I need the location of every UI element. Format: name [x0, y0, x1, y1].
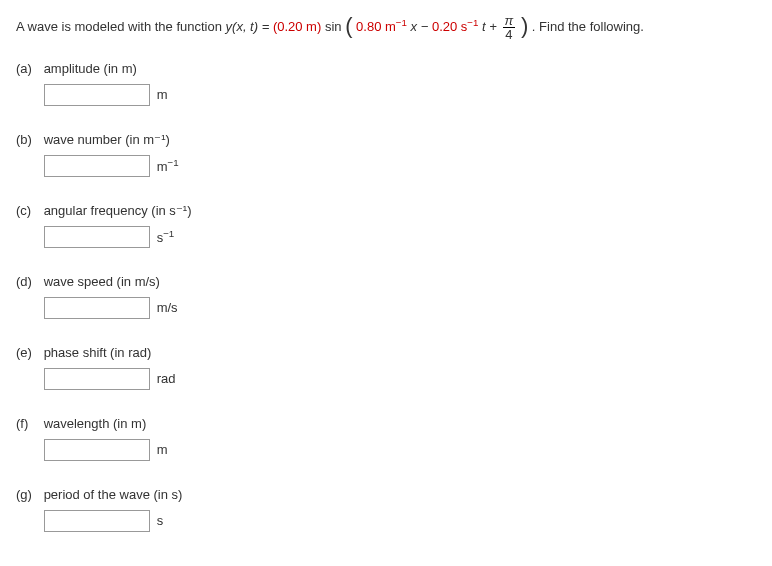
question-a: (a) amplitude (in m) m — [16, 61, 756, 106]
unit-label: s−1 — [157, 230, 175, 245]
question-marker: (b) — [16, 132, 40, 147]
question-label: (g) period of the wave (in s) — [16, 487, 756, 502]
intro-trail: . Find the following. — [532, 19, 644, 34]
unit-label: rad — [157, 371, 176, 386]
intro-wavenum: 0.80 m−1 — [356, 19, 407, 34]
question-g: (g) period of the wave (in s) s — [16, 487, 756, 532]
question-label: (f) wavelength (in m) — [16, 416, 756, 431]
question-e: (e) phase shift (in rad) rad — [16, 345, 756, 390]
intro-angfreq: 0.20 s−1 — [432, 19, 479, 34]
intro-yfunc: y(x, t) = — [226, 19, 273, 34]
answer-input-g[interactable] — [44, 510, 150, 532]
intro-t: t + — [482, 19, 500, 34]
question-marker: (g) — [16, 487, 40, 502]
answer-input-f[interactable] — [44, 439, 150, 461]
question-text: wave number (in m⁻¹) — [44, 132, 170, 147]
intro-amplitude: (0.20 m) — [273, 19, 321, 34]
intro-x: x − — [411, 19, 432, 34]
question-text: wave speed (in m/s) — [44, 274, 160, 289]
question-label: (d) wave speed (in m/s) — [16, 274, 756, 289]
question-marker: (e) — [16, 345, 40, 360]
answer-input-b[interactable] — [44, 155, 150, 177]
answer-input-d[interactable] — [44, 297, 150, 319]
paren-close: ) — [521, 11, 528, 42]
answer-input-a[interactable] — [44, 84, 150, 106]
question-text: period of the wave (in s) — [44, 487, 183, 502]
question-label: (c) angular frequency (in s⁻¹) — [16, 203, 756, 218]
question-marker: (a) — [16, 61, 40, 76]
unit-label: m−1 — [157, 159, 179, 174]
question-text: wavelength (in m) — [44, 416, 147, 431]
question-text: phase shift (in rad) — [44, 345, 152, 360]
question-b: (b) wave number (in m⁻¹) m−1 — [16, 132, 756, 177]
question-d: (d) wave speed (in m/s) m/s — [16, 274, 756, 319]
question-label: (a) amplitude (in m) — [16, 61, 756, 76]
intro-lead: A wave is modeled with the function — [16, 19, 226, 34]
question-text: amplitude (in m) — [44, 61, 137, 76]
question-c: (c) angular frequency (in s⁻¹) s−1 — [16, 203, 756, 248]
question-marker: (c) — [16, 203, 40, 218]
unit-label: m — [157, 87, 168, 102]
unit-label: m — [157, 442, 168, 457]
question-label: (e) phase shift (in rad) — [16, 345, 756, 360]
intro-fraction: π 4 — [503, 14, 516, 41]
intro-sin: sin — [325, 19, 342, 34]
answer-input-e[interactable] — [44, 368, 150, 390]
paren-open: ( — [345, 11, 352, 42]
question-text: angular frequency (in s⁻¹) — [44, 203, 192, 218]
problem-statement: A wave is modeled with the function y(x,… — [16, 12, 756, 43]
question-f: (f) wavelength (in m) m — [16, 416, 756, 461]
question-marker: (d) — [16, 274, 40, 289]
unit-label: s — [157, 513, 164, 528]
question-label: (b) wave number (in m⁻¹) — [16, 132, 756, 147]
question-marker: (f) — [16, 416, 40, 431]
unit-label: m/s — [157, 300, 178, 315]
answer-input-c[interactable] — [44, 226, 150, 248]
